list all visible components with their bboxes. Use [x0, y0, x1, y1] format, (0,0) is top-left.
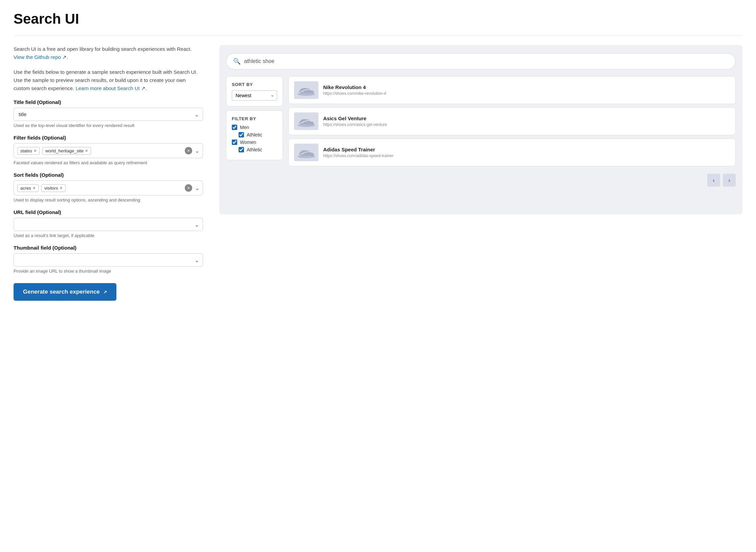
preview-panel: 🔍 athletic shoe SORT BY Newest Oldest Re… — [219, 45, 742, 214]
result-info-2: Asics Gel Venture https://shoes.com/asic… — [323, 115, 387, 127]
filter-tag-world-heritage-remove[interactable]: × — [85, 148, 88, 153]
result-title-1: Nike Revolution 4 — [323, 84, 386, 90]
filter-men-athletic-checkbox[interactable] — [239, 132, 244, 137]
sort-tag-visitors-remove[interactable]: × — [60, 186, 62, 190]
url-field-section: URL field (Optional) ⌄ Used as a result'… — [14, 209, 203, 238]
result-thumb-1 — [294, 81, 318, 99]
result-info-1: Nike Revolution 4 https://shoes.com/nike… — [323, 84, 386, 96]
result-title-3: Adidas Speed Trainer — [323, 147, 393, 152]
filter-tag-states: states × — [17, 147, 40, 155]
filter-fields-dropdown-button[interactable]: ⌄ — [195, 148, 199, 154]
filter-box: FILTER BY Men Athletic Women — [226, 110, 283, 160]
page-title: Search UI — [14, 11, 742, 27]
url-field-hint: Used as a result's link target, if appli… — [14, 233, 203, 238]
result-url-3: https://shoes.com/adidas-speed-trainer — [323, 153, 393, 158]
sort-tag-acres-remove[interactable]: × — [33, 186, 36, 190]
intro-body: Use the fields below to generate a sampl… — [14, 68, 203, 92]
filter-fields-hint: Faceted values rendered as filters and a… — [14, 160, 203, 165]
filter-women-athletic: Athletic — [239, 147, 277, 152]
sort-fields-clear-button[interactable]: × — [185, 184, 192, 192]
pagination-next-button[interactable]: › — [723, 174, 736, 187]
shoe-icon-2 — [296, 115, 316, 127]
url-field-select[interactable] — [14, 218, 203, 231]
sort-fields-label: Sort fields (Optional) — [14, 172, 203, 178]
filter-women-athletic-label: Athletic — [247, 147, 262, 152]
learn-more-link[interactable]: Learn more about Search UI — [75, 85, 139, 91]
sort-select-wrapper: Newest Oldest Relevance — [232, 90, 277, 101]
pagination-prev-button[interactable]: ‹ — [707, 174, 720, 187]
filter-men-checkbox[interactable] — [232, 125, 237, 130]
filter-women: Women — [232, 140, 277, 145]
thumbnail-field-select[interactable] — [14, 253, 203, 267]
thumbnail-field-hint: Provide an image URL to show a thumbnail… — [14, 269, 203, 274]
result-card-1: Nike Revolution 4 https://shoes.com/nike… — [288, 76, 736, 104]
preview-content-row: SORT BY Newest Oldest Relevance FILTER B… — [226, 76, 736, 187]
result-card-2: Asics Gel Venture https://shoes.com/asic… — [288, 107, 736, 135]
shoe-icon-1 — [296, 84, 316, 96]
filter-fields-clear-button[interactable]: × — [185, 147, 192, 154]
sort-tag-visitors-label: visitors — [44, 186, 58, 191]
github-external-icon: ↗ — [62, 54, 67, 60]
generate-button-label: Generate search experience — [23, 289, 100, 295]
svg-point-1 — [302, 91, 304, 92]
sort-fields-hint: Used to display result sorting options, … — [14, 197, 203, 203]
sort-box: SORT BY Newest Oldest Relevance — [226, 76, 283, 106]
github-link[interactable]: View the Github repo — [14, 54, 61, 60]
pagination: ‹ › — [288, 174, 736, 187]
filter-fields-input[interactable]: states × world_heritage_site × × ⌄ — [14, 143, 203, 158]
filter-men-athletic: Athletic — [239, 132, 277, 137]
filter-fields-controls: × ⌄ — [185, 147, 199, 154]
search-bar-text: athletic shoe — [244, 58, 274, 64]
title-field-hint: Used as the top-level visual identifier … — [14, 123, 203, 128]
url-field-label: URL field (Optional) — [14, 209, 203, 215]
filter-tag-world-heritage: world_heritage_site × — [42, 147, 91, 155]
result-thumb-2 — [294, 112, 318, 130]
sort-tag-visitors: visitors × — [41, 184, 66, 192]
filter-men-label: Men — [240, 125, 249, 130]
result-info-3: Adidas Speed Trainer https://shoes.com/a… — [323, 147, 393, 158]
sort-fields-dropdown-button[interactable]: ⌄ — [195, 185, 199, 191]
left-panel: Search UI is a free and open library for… — [14, 45, 203, 301]
title-field-select-wrapper: title ⌄ — [14, 108, 203, 121]
filter-men: Men — [232, 125, 277, 130]
title-field-label: Title field (Optional) — [14, 99, 203, 105]
sort-filter-column: SORT BY Newest Oldest Relevance FILTER B… — [226, 76, 283, 187]
preview-search-bar: 🔍 athletic shoe — [226, 53, 736, 69]
result-card-3: Adidas Speed Trainer https://shoes.com/a… — [288, 139, 736, 166]
sort-select[interactable]: Newest Oldest Relevance — [232, 90, 277, 101]
filter-women-checkbox[interactable] — [232, 140, 237, 145]
sort-fields-controls: × ⌄ — [185, 184, 199, 192]
result-url-2: https://shoes.com/asics-gel-venture — [323, 122, 387, 127]
filter-men-athletic-label: Athletic — [247, 132, 262, 137]
intro-description: Search UI is a free and open library for… — [14, 45, 203, 61]
sort-fields-section: Sort fields (Optional) acres × visitors … — [14, 172, 203, 203]
sort-fields-input[interactable]: acres × visitors × × ⌄ — [14, 181, 203, 195]
result-thumb-3 — [294, 144, 318, 161]
sort-tag-acres-label: acres — [20, 186, 31, 191]
generate-button[interactable]: Generate search experience ↗ — [14, 283, 116, 301]
filter-fields-section: Filter fields (Optional) states × world_… — [14, 135, 203, 165]
thumbnail-field-section: Thumbnail field (Optional) ⌄ Provide an … — [14, 245, 203, 274]
result-title-2: Asics Gel Venture — [323, 115, 387, 121]
result-url-1: https://shoes.com/nike-revolution-4 — [323, 91, 386, 96]
thumbnail-field-label: Thumbnail field (Optional) — [14, 245, 203, 251]
filter-fields-label: Filter fields (Optional) — [14, 135, 203, 141]
title-field-select[interactable]: title — [14, 108, 203, 121]
filter-tag-states-remove[interactable]: × — [34, 148, 37, 153]
results-column: Nike Revolution 4 https://shoes.com/nike… — [288, 76, 736, 187]
filter-tag-world-heritage-label: world_heritage_site — [45, 148, 84, 153]
filter-women-athletic-checkbox[interactable] — [239, 147, 244, 152]
svg-point-3 — [302, 122, 304, 123]
title-field-section: Title field (Optional) title ⌄ Used as t… — [14, 99, 203, 128]
filter-tag-states-label: states — [20, 148, 32, 153]
svg-point-5 — [302, 153, 304, 154]
filter-women-label: Women — [240, 140, 256, 145]
sort-box-title: SORT BY — [232, 82, 277, 87]
search-icon: 🔍 — [233, 58, 241, 65]
thumbnail-field-select-wrapper: ⌄ — [14, 253, 203, 267]
shoe-icon-3 — [296, 146, 316, 158]
sort-tag-acres: acres × — [17, 184, 39, 192]
generate-button-external-icon: ↗ — [103, 290, 107, 295]
filter-box-title: FILTER BY — [232, 116, 277, 121]
url-field-select-wrapper: ⌄ — [14, 218, 203, 231]
